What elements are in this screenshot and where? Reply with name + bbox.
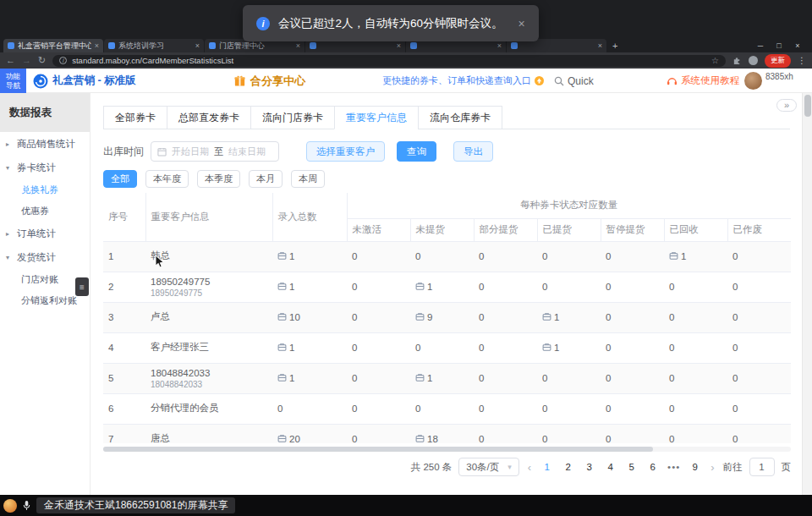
user-avatar[interactable] (744, 72, 762, 90)
cell-status: 0 (474, 363, 537, 393)
sidebar-item-product-sales[interactable]: ▸ 商品销售统计 (0, 132, 90, 156)
card-icon (415, 312, 425, 323)
function-nav-toggle[interactable]: 功能 导航 (0, 69, 26, 93)
content-tabs: 全部券卡 总部直发券卡 流向门店券卡 重要客户信息 流向仓库券卡 (103, 106, 790, 129)
browser-menu-icon[interactable]: ⋮ (798, 56, 806, 65)
page-size-select[interactable]: 30条/页 ▾ (458, 458, 519, 476)
sidebar-item-label: 优惠券 (21, 205, 49, 217)
cell-status: 0 (347, 302, 410, 332)
window-close-button[interactable]: × (788, 41, 807, 50)
tab-close-icon[interactable]: × (397, 41, 401, 50)
tab-important-customers[interactable]: 重要客户信息 (334, 106, 419, 129)
reload-icon[interactable]: ↻ (38, 56, 46, 65)
page-number[interactable]: 9 (688, 462, 702, 472)
tab-close-icon[interactable]: × (497, 41, 502, 50)
quick-filter-quarter[interactable]: 本季度 (197, 170, 240, 188)
table-row[interactable]: 7 唐总 20 0 18 0 0 0 0 0 (103, 424, 791, 443)
table-row[interactable]: 5 1804884203318048842033 1 0 1 0 0 0 0 0 (103, 363, 791, 393)
tutorial-link[interactable]: 系统使用教程 (667, 69, 739, 93)
page-number[interactable]: 6 (645, 462, 660, 472)
vertical-scrollbar[interactable] (802, 93, 812, 495)
sidebar-item-card-stats[interactable]: ▾ 券卡统计 (0, 156, 90, 179)
quick-entry-hint[interactable]: 更快捷的券卡、订单和快递查询入口 (382, 69, 544, 93)
more-pages-icon[interactable]: ••• (667, 462, 681, 472)
sidebar-item-order-stats[interactable]: ▸ 订单统计 (0, 222, 90, 245)
cell-total: 1 (272, 363, 347, 393)
share-center-link[interactable]: 合分享中心 (233, 69, 305, 93)
tab-close-icon[interactable]: × (598, 41, 602, 50)
table-row[interactable]: 4 客户经理张三 1 0 0 0 1 0 0 0 (103, 332, 791, 363)
page-number[interactable]: 3 (582, 462, 596, 472)
tab-close-icon[interactable]: × (95, 41, 99, 50)
page-number[interactable]: 4 (603, 462, 617, 472)
table-row[interactable]: 3 卢总 10 0 9 0 1 0 0 0 (103, 302, 791, 332)
tab-hq-direct-cards[interactable]: 总部直发券卡 (167, 106, 251, 129)
toast-close-icon[interactable]: × (518, 17, 525, 30)
quick-filter-year[interactable]: 本年度 (145, 170, 189, 188)
floating-toolbar-handle[interactable]: ≡ (75, 277, 89, 296)
prev-page-button[interactable]: ‹ (526, 461, 533, 474)
sidebar-item-exchange-coupon[interactable]: 兑换礼券 (0, 179, 90, 200)
quick-filter-week[interactable]: 本周 (291, 170, 325, 188)
table-row[interactable]: 2 1895024977518950249775 1 0 1 0 0 0 0 0 (103, 272, 791, 302)
browser-tab[interactable]: 礼盒营销平台管理中心 × (3, 39, 103, 52)
jump-page-input[interactable] (749, 458, 775, 476)
sidebar-item-discount-coupon[interactable]: 优惠券 (0, 200, 90, 222)
cell-status: 1 (410, 363, 474, 393)
cell-status: 0 (664, 272, 727, 302)
quick-filter-all[interactable]: 全部 (103, 170, 137, 188)
quick-search[interactable]: Quick (554, 69, 594, 93)
cell-total: 1 (272, 272, 347, 302)
quick-filter-month[interactable]: 本月 (249, 170, 283, 188)
horizontal-scrollbar[interactable] (103, 447, 791, 452)
query-button[interactable]: 查询 (397, 141, 436, 162)
select-customer-button[interactable]: 选择重要客户 (306, 141, 385, 162)
forward-icon[interactable]: → (22, 56, 31, 65)
logo-text: 礼盒营销 - 标准版 (52, 74, 136, 88)
page-number[interactable]: 2 (561, 462, 575, 472)
site-info-icon[interactable]: i (59, 57, 67, 64)
jump-suffix: 页 (782, 461, 792, 474)
browser-tab[interactable]: 系统培训学习 × (104, 39, 204, 52)
tab-all-cards[interactable]: 全部券卡 (103, 106, 167, 129)
col-header-status: 未提货 (410, 218, 474, 241)
col-header-customer: 重要客户信息 (145, 193, 272, 241)
tab-close-icon[interactable]: × (296, 41, 300, 50)
page-number[interactable]: 5 (624, 462, 639, 472)
window-maximize-button[interactable]: □ (770, 41, 788, 50)
cell-index: 5 (103, 363, 145, 393)
next-page-button[interactable]: › (709, 461, 716, 474)
range-separator: 至 (214, 145, 223, 158)
total-count: 共 250 条 (411, 461, 453, 474)
tab-to-warehouse-cards[interactable]: 流向仓库券卡 (418, 106, 502, 129)
tab-close-icon[interactable]: × (195, 41, 200, 50)
browser-profile-icon[interactable] (749, 56, 758, 65)
scrollbar-thumb[interactable] (804, 95, 811, 117)
date-range-picker[interactable]: 开始日期 至 结束日期 (151, 141, 279, 162)
chevron-down-icon: ▾ (6, 254, 14, 261)
tab-to-store-cards[interactable]: 流向门店券卡 (250, 106, 335, 129)
table-row[interactable]: 6 分销代理的会员 0 0 0 0 0 0 0 0 (103, 393, 791, 424)
back-icon[interactable]: ← (6, 56, 15, 65)
page-number[interactable]: 1 (540, 462, 554, 472)
url-field[interactable]: i standard.maboy.cn/CardMemberStatistics… (52, 55, 726, 67)
app-window: 功能 导航 礼盒营销 - 标准版 合分享中心 更快捷的券卡、订单和快递查询入口 (0, 69, 812, 495)
new-tab-button[interactable]: + (612, 41, 617, 51)
cell-status: 1 (410, 272, 474, 302)
sidebar-item-shipping-stats[interactable]: ▾ 发货统计 (0, 245, 90, 269)
cell-customer: 卢总 (145, 302, 272, 332)
mouse-cursor (155, 255, 165, 268)
microphone-icon[interactable] (23, 500, 30, 511)
bookmark-star-icon[interactable]: ☆ (711, 56, 719, 65)
browser-update-badge[interactable]: 更新 (765, 54, 791, 68)
screen: 礼盒营销平台管理中心 × 系统培训学习 × 门店管理中心 × × × × (0, 0, 812, 516)
scrollbar-thumb[interactable] (103, 447, 653, 452)
window-minimize-button[interactable]: ─ (751, 41, 770, 50)
username[interactable]: 8385xh (765, 72, 794, 82)
col-header-status: 暂停提货 (601, 218, 664, 241)
table-row[interactable]: 1 韩总 1 0 0 0 0 0 1 0 (103, 241, 791, 272)
export-button[interactable]: 导出 (453, 141, 493, 162)
extensions-icon[interactable] (732, 56, 742, 65)
logo-icon (33, 74, 48, 89)
cell-status: 0 (601, 332, 664, 363)
